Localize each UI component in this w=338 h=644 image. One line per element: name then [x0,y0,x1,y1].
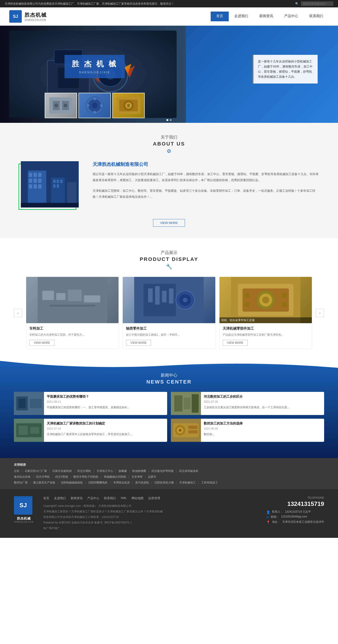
svg-rect-45 [21,203,79,208]
top-bar-search-input[interactable] [301,2,333,6]
news-section: 新闻中心 NEWS CENTER 平面磨床加工的优势有哪些？ 2021-08-1… [0,361,338,458]
link-9[interactable]: 武汉滚筒输送机 [179,469,201,473]
link-6[interactable]: 振藜藤 [119,469,130,473]
nav-products[interactable]: 产品中心 [279,12,304,21]
link-17[interactable]: 数控钻厂家 [14,481,31,484]
footer-nav-home[interactable]: 首页 [43,496,49,500]
hero-product-2[interactable] [79,93,111,118]
link-24[interactable]: 天津机械加工 [179,481,199,484]
nav-home[interactable]: 首页 [211,12,229,21]
product-card-3[interactable]: 铝铝、铝合金零件加工定做 天津机械零部件加工 产品超过天津机械零部件加工定制厂家… [219,277,312,349]
svg-point-19 [93,111,96,114]
news-card-3[interactable]: 天津机械加工厂家讲数控加工的计划确定 2021-07-14 天津机械加工厂家讲零… [14,419,167,442]
link-19[interactable]: 沈阳电磁磁磁电机 [61,481,86,484]
footer-faq1: 天津机械加工那里好？天津机械加工厂报价是多少？天津机械加工厂家质量怎么样？天津胜… [43,509,257,514]
footer-faq2: 制造有限公司专业承接天津机械加工订单联系：13241315719 [43,514,257,520]
indicator-1[interactable] [166,119,168,121]
product-card-2[interactable]: 轴类零件加工 加工中图示圆的加工路线1，粗车→半精车... VIEW MORE [123,277,215,349]
indicator-2[interactable] [170,119,172,121]
footer-nav-contact[interactable]: 联系我们 [104,496,116,500]
footer-nav-xml[interactable]: XML [121,496,127,500]
link-14[interactable]: 胜磁极磁台切割机 [104,475,129,479]
link-8[interactable]: 武汉激光折弯焊接 [151,469,177,473]
footer-nav-about[interactable]: 走进我们 [54,496,66,500]
link-15[interactable]: 玉米考研 [132,475,146,479]
logo-icon: SJ [9,10,22,23]
svg-rect-73 [19,399,26,408]
about-section: 关于我们 ABOUT US ⚙ [0,123,338,238]
product-desc-3: 产品超过天津机械零部件加工定制厂家天津胜杰... [223,333,308,337]
footer-nav-products[interactable]: 产品中心 [87,496,99,500]
carousel-prev-btn[interactable]: ‹ [14,309,22,317]
link-5[interactable]: 天津加工中心 [97,469,116,473]
about-image-inner [21,161,79,208]
svg-point-60 [183,298,188,302]
footer-nav-sitemap[interactable]: 网站地图 [132,496,144,500]
footer-logo-en: SHENGJIEJIXIE [14,521,34,523]
hero-product-3[interactable] [112,93,145,118]
link-13[interactable]: 数控冷弯机子切割机 [73,475,101,479]
news-card-4[interactable]: 数控加工的加工方法的选择 2021-06-30 数控加... [171,419,324,442]
about-view-more-btn[interactable]: VIEW MORE [153,219,185,227]
link-2[interactable]: 石家庄防火门厂家 [25,469,50,473]
top-bar-right: 🔍 [295,2,333,6]
link-21[interactable]: 专用组合机床 [113,481,133,484]
footer-contact-address: 📍 地址： 天津市滨区来道工业园登元道18号 [266,520,324,524]
svg-rect-77 [184,398,191,409]
news-card-2[interactable]: 河北数控加工的工步的区分 2021-07-28 工步的区分主要从加工精度和功率两… [171,392,324,415]
svg-rect-89 [188,430,197,434]
svg-point-20 [87,104,89,107]
link-11[interactable]: 武汉冷弯机 [36,475,53,479]
product-view-btn-2[interactable]: VIEW MORE [126,340,151,346]
link-10[interactable]: 激光钻点价格 [14,475,34,479]
logo-text: 胜杰机械 SHENGJIEJIXIE [25,12,47,21]
hero-desc-text: 是一家有十几年从业经验的小型机械加工厂，始建于05年，拥有数控车床，加工中心，普… [258,60,312,78]
news-card-1[interactable]: 平面磨床加工的优势有哪些？ 2021-08-11 平面磨床加工的优势有哪些：一、… [14,392,167,415]
hero-product-1[interactable] [45,93,77,118]
product-view-btn-3[interactable]: VIEW MORE [223,340,248,346]
footer-contact3-val: 天津市滨区来道工业园登元道18号 [282,520,324,524]
link-12[interactable]: 武汉V型锯 [55,475,71,479]
carousel-next-btn[interactable]: › [316,309,324,317]
product-view-btn-1[interactable]: VIEW MORE [30,340,54,346]
products-grid: 车料加工 车料加工的方式来料加工贸易，对于委托方... VIEW MORE [26,277,312,349]
news-body-1: 平面磨床加工的优势有哪些？ 2021-08-11 平面磨床加工的优势有哪些：一、… [44,392,167,415]
news-body-2: 河北数控加工的工步的区分 2021-07-28 工步的区分主要从加工精度和功率两… [201,392,324,415]
about-btn-row: VIEW MORE [19,217,319,227]
svg-rect-76 [174,395,182,412]
footer-contact2-label: 邮箱： [271,515,279,519]
links-row-1: 立柱 石家庄防火门厂家 石家庄实验耗材 河北注塑机 天津加工中心 振藜藤 除油除… [14,469,324,473]
link-23[interactable]: 沈阳折床机大楼 [154,481,177,484]
link-22[interactable]: 蒸汽热源机 [135,481,152,484]
news-body-4: 数控加工的加工方法的选择 2021-06-30 数控加... [201,419,324,442]
link-20[interactable]: 沈阳同圈圈电机 [88,481,111,484]
footer-nav-admin[interactable]: 运营管理 [148,496,160,500]
product-thumb-svg-2 [81,95,109,116]
news-svg-1 [14,392,44,415]
svg-rect-43 [57,184,59,188]
link-4[interactable]: 河北注塑机 [77,469,94,473]
nav-contact[interactable]: 联系我们 [304,12,329,21]
link-7[interactable]: 除油除锈圈 [132,469,149,473]
nav-news[interactable]: 新闻资讯 [254,12,279,21]
product-img-1 [26,277,119,323]
news-title-cn: 新闻中心 [14,372,324,378]
link-16[interactable]: 运家车 [148,475,159,479]
svg-text:SJ: SJ [20,502,27,509]
product-card-1[interactable]: 车料加工 车料加工的方式来料加工贸易，对于委托方... VIEW MORE [26,277,119,349]
news-section-title: 新闻中心 NEWS CENTER [14,372,324,385]
about-text: 天津胜杰机械制造有限公司 我公司是一家有十几年从业经验的小型天津机械加工厂，始建… [93,161,319,204]
svg-point-87 [179,429,181,432]
header: SJ 胜杰机械 SHENGJIEJIXIE 首页 走进我们 新闻资讯 产品中心 … [0,8,338,26]
link-3[interactable]: 石家庄实验耗材 [52,469,75,473]
footer-nav-news[interactable]: 新闻资讯 [71,496,83,500]
link-18[interactable]: 遵义家具生产设备 [33,481,58,484]
news-title-4: 数控加工的加工方法的选择 [204,422,321,426]
svg-rect-30 [34,173,37,177]
link-25[interactable]: 工程布线设工 [201,481,220,484]
svg-rect-44 [67,182,76,203]
news-svg-3 [14,419,44,442]
nav-about[interactable]: 走进我们 [229,12,254,21]
link-1[interactable]: 立柱 [14,469,23,473]
svg-rect-35 [29,184,32,188]
